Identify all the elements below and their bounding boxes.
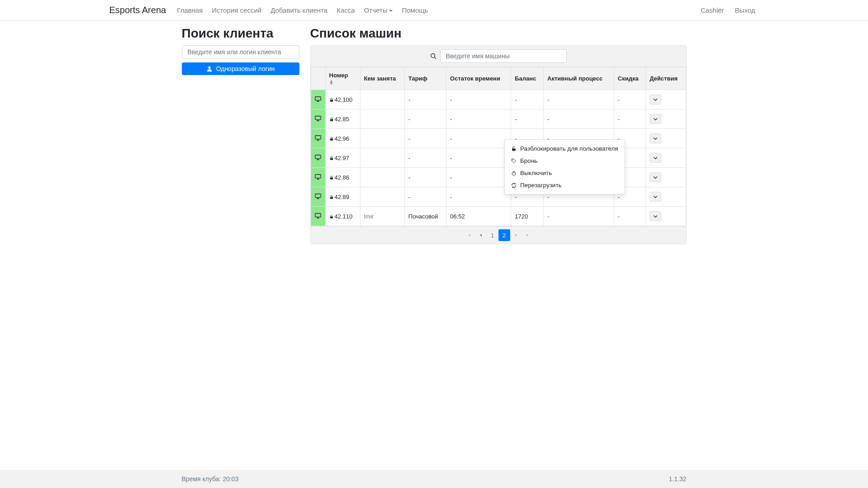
client-search-input[interactable] [182, 45, 299, 59]
col-number[interactable]: Номер ▲▼ [325, 67, 360, 90]
nav-user[interactable]: Cashier [697, 4, 728, 17]
col-tariff[interactable]: Тариф [404, 67, 446, 90]
nav-links: Главная История сессий Добавить клиента … [173, 4, 697, 17]
cell-occupied [360, 148, 404, 168]
actions-dropdown: Разблокировать для пользователя Бронь Вы… [504, 139, 625, 194]
chevron-down-icon [653, 136, 658, 141]
machines-panel: Номер ▲▼ Кем занята Тариф Остаток времен… [310, 45, 687, 244]
machines-title: Список машин [310, 26, 687, 41]
cell-occupied [360, 168, 404, 187]
action-shutdown[interactable]: Выключить [505, 167, 625, 179]
machine-search-input[interactable] [440, 49, 567, 63]
actions-toggle[interactable] [650, 114, 661, 124]
cell-number: 42.96 [325, 129, 360, 148]
page-2[interactable]: 2 [498, 229, 510, 241]
page-first[interactable] [463, 229, 475, 241]
cell-number: 42.85 [325, 109, 360, 129]
col-discount[interactable]: Скидка [614, 67, 645, 90]
brand[interactable]: Esports Arena [109, 5, 166, 15]
cell-balance: - [511, 109, 544, 129]
col-active-proc[interactable]: Активный процесс [544, 67, 614, 90]
machines-searchbar [311, 46, 686, 67]
cell-time-left: - [446, 168, 511, 187]
col-time-left[interactable]: Остаток времени [446, 67, 511, 90]
chevron-down-icon [653, 155, 658, 161]
one-time-login-label: Одноразовый логин [216, 65, 275, 72]
table-row: 42.89 - - - - - [311, 187, 686, 207]
actions-toggle[interactable] [650, 153, 661, 163]
cell-tariff: - [404, 168, 446, 187]
cell-actions [646, 109, 686, 129]
lock-icon [329, 98, 334, 102]
cell-actions [646, 90, 686, 109]
cell-tariff: - [404, 109, 446, 129]
actions-toggle[interactable] [650, 211, 661, 221]
status-cell [311, 129, 325, 148]
actions-toggle[interactable] [650, 172, 661, 182]
page-prev[interactable] [475, 229, 487, 241]
lock-icon [329, 117, 334, 122]
unlock-icon [511, 146, 517, 152]
nav-cashier[interactable]: Касса [333, 4, 358, 17]
cell-actions [646, 168, 686, 187]
user-icon [206, 66, 213, 72]
cell-time-left: - [446, 187, 511, 207]
table-row: 42.110 Imir Почасовой 06:52 1720 - - [311, 207, 686, 226]
action-reboot[interactable]: Перезагрузить [505, 179, 625, 191]
nav-home[interactable]: Главная [173, 4, 206, 17]
actions-toggle[interactable] [650, 95, 661, 104]
page-1[interactable]: 1 [487, 229, 498, 241]
page-next[interactable] [510, 229, 522, 241]
action-reserve[interactable]: Бронь [505, 155, 625, 167]
client-link[interactable]: Imir [364, 213, 374, 220]
cell-occupied [360, 187, 404, 207]
cell-discount: - [614, 207, 645, 226]
cell-discount: - [614, 109, 645, 129]
nav-add-client[interactable]: Добавить клиента [267, 4, 331, 17]
lock-icon [329, 195, 334, 199]
tag-icon [511, 158, 517, 164]
navbar: Esports Arena Главная История сессий Доб… [0, 0, 868, 21]
machines-table: Номер ▲▼ Кем занята Тариф Остаток времен… [311, 67, 686, 226]
cell-number: 42.100 [325, 90, 360, 109]
cell-number: 42.86 [325, 168, 360, 187]
cell-tariff: - [404, 187, 446, 207]
col-occupied[interactable]: Кем занята [360, 67, 404, 90]
actions-toggle[interactable] [650, 133, 661, 143]
col-actions[interactable]: Действия [646, 67, 686, 90]
one-time-login-button[interactable]: Одноразовый логин [182, 62, 299, 75]
action-unblock[interactable]: Разблокировать для пользователя [505, 142, 625, 155]
cell-number: 42.89 [325, 187, 360, 207]
status-cell [311, 187, 325, 207]
chevron-down-icon [653, 175, 658, 180]
pagination: 12 [311, 226, 686, 244]
status-cell [311, 109, 325, 129]
nav-reports-dropdown[interactable]: Отчеты [360, 4, 397, 17]
monitor-icon [314, 96, 322, 102]
status-cell [311, 148, 325, 168]
cell-number: 42.110 [325, 207, 360, 226]
chevron-down-icon [653, 97, 658, 102]
page-last[interactable] [522, 229, 534, 241]
lock-icon [329, 137, 334, 141]
cell-actions [646, 187, 686, 207]
cell-tariff: - [404, 90, 446, 109]
unlock-icon [329, 214, 334, 219]
nav-sessions[interactable]: История сессий [208, 4, 265, 17]
monitor-icon [314, 135, 322, 141]
cell-number: 42.97 [325, 148, 360, 168]
monitor-icon [314, 154, 322, 161]
monitor-icon [314, 213, 322, 219]
col-balance[interactable]: Баланс [511, 67, 544, 90]
cell-tariff: Почасовой [404, 207, 446, 226]
cell-time-left: - [446, 129, 511, 148]
cell-actions [646, 129, 686, 148]
cell-active-proc: - [544, 90, 614, 109]
actions-toggle[interactable] [650, 192, 661, 202]
cell-occupied: Imir [360, 207, 404, 226]
cell-occupied [360, 90, 404, 109]
nav-help[interactable]: Помощь [398, 4, 432, 17]
lock-icon [329, 175, 334, 180]
nav-logout[interactable]: Выход [731, 4, 759, 17]
search-client-title: Поиск клиента [182, 26, 299, 41]
